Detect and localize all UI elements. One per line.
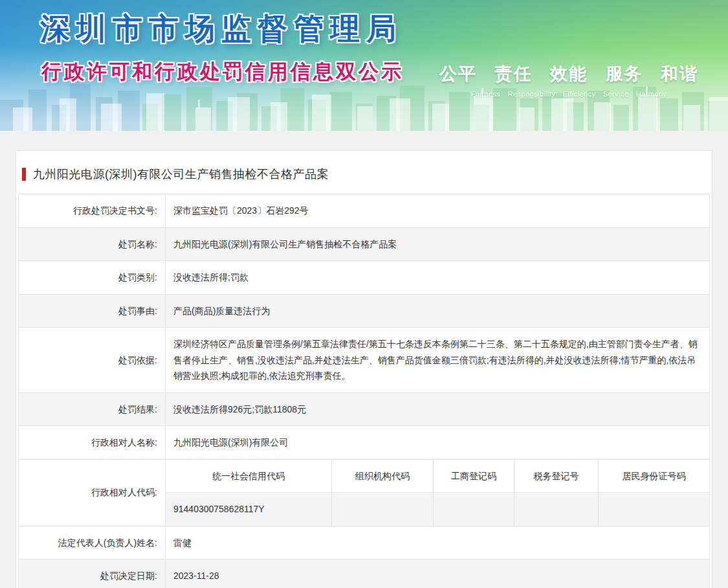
row-value: 2023-11-28 [166,560,710,588]
row-value: 九州阳光电源(深圳)有限公司生产销售抽检不合格产品案 [166,227,710,261]
site-banner: 深圳市市场监督管理局 行政许可和行政处罚信用信息双公示 公平 责任 效能 服务 … [0,0,728,131]
code-column-header: 统一社会信用代码 [166,459,332,493]
table-row: 处罚事由: 产品(商品)质量违法行为 [19,294,710,328]
table-row: 处罚类别: 没收违法所得;罚款 [19,261,710,295]
content-card: 九州阳光电源(深圳)有限公司生产销售抽检不合格产品案 行政处罚决定书文号: 深市… [16,150,712,588]
penalty-info-table: 行政处罚决定书文号: 深市监宝处罚〔2023〕石岩292号 处罚名称: 九州阳光… [18,194,710,588]
code-value [599,493,710,526]
code-column-header: 税务登记号 [514,459,599,493]
table-row: 处罚结果: 没收违法所得926元;罚款11808元 [19,392,710,426]
slogan-chinese: 公平 责任 效能 服务 和谐 [439,62,698,85]
row-value: 九州阳光电源(深圳)有限公司 [166,426,710,460]
site-title: 深圳市市场监督管理局 [40,9,403,49]
banner-slogan: 公平 责任 效能 服务 和谐 Fairness Responsibility E… [439,62,698,98]
row-value: 雷健 [166,526,710,560]
row-label: 行政相对人名称: [19,426,166,460]
row-value: 深圳经济特区产品质量管理条例/第五章法律责任/第五十七条违反本条例第二十三条、第… [166,328,710,393]
table-row: 行政相对人名称: 九州阳光电源(深圳)有限公司 [19,426,710,460]
row-value: 深市监宝处罚〔2023〕石岩292号 [166,194,710,228]
row-label: 处罚类别: [19,261,166,295]
table-row: 处罚名称: 九州阳光电源(深圳)有限公司生产销售抽检不合格产品案 [19,227,710,261]
row-value: 产品(商品)质量违法行为 [166,294,710,328]
row-label: 处罚名称: [19,227,166,261]
table-row: 处罚决定日期: 2023-11-28 [19,560,710,588]
row-label: 处罚事由: [19,294,166,328]
code-column-header: 居民身份证号码 [599,459,710,493]
page-title: 九州阳光电源(深圳)有限公司生产销售抽检不合格产品案 [33,166,329,182]
table-row: 法定代表人(负责人)姓名: 雷健 [19,526,710,560]
code-value [332,493,434,526]
table-row: 处罚依据: 深圳经济特区产品质量管理条例/第五章法律责任/第五十七条违反本条例第… [19,328,710,393]
row-label: 处罚结果: [19,392,166,426]
red-accent-bar [22,168,26,181]
code-value [514,493,599,526]
code-column-header: 组织机构代码 [332,459,434,493]
slogan-english: Fairness Responsibility Efficiency Servi… [439,90,698,98]
case-title-block: 九州阳光电源(深圳)有限公司生产销售抽检不合格产品案 [18,161,710,194]
row-label: 行政相对人代码: [19,459,166,526]
table-row: 行政处罚决定书文号: 深市监宝处罚〔2023〕石岩292号 [19,194,710,228]
row-label: 处罚决定日期: [19,560,166,588]
row-label: 法定代表人(负责人)姓名: [19,526,166,560]
code-column-header: 工商登记码 [434,459,514,493]
row-value: 没收违法所得926元;罚款11808元 [166,392,710,426]
credit-code-value: 91440300758628117Y [166,493,332,526]
code-value [434,493,514,526]
row-value: 没收违法所得;罚款 [166,261,710,295]
row-label: 行政处罚决定书文号: [19,194,166,228]
party-code-header-row: 行政相对人代码: 统一社会信用代码 组织机构代码 工商登记码 税务登记号 居民身… [19,459,710,493]
banner-subtitle: 行政许可和行政处罚信用信息双公示 [41,58,404,85]
row-label: 处罚依据: [19,328,166,393]
